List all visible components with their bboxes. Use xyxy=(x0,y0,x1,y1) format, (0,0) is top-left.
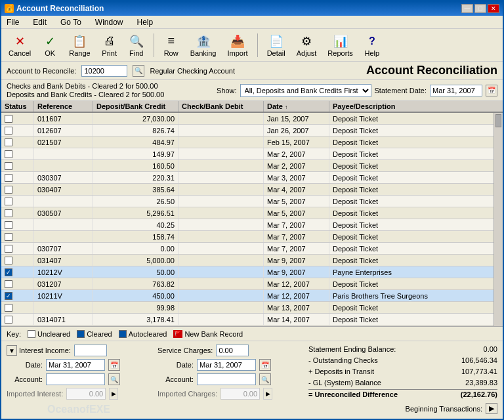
table-header: Status Reference Deposit/Bank Credit Che… xyxy=(1,101,494,113)
maximize-button[interactable]: □ xyxy=(474,4,486,13)
menu-edit[interactable]: Edit xyxy=(31,17,49,28)
cancel-button[interactable]: ✕ Cancel xyxy=(5,32,35,59)
table-row[interactable]: 40.25Mar 7, 2007Deposit Ticket xyxy=(1,219,494,231)
status-checkbox[interactable] xyxy=(5,186,12,194)
ok-button[interactable]: ✓ OK xyxy=(38,32,62,59)
menu-help[interactable]: Help xyxy=(135,17,156,28)
statement-date-input[interactable] xyxy=(430,85,482,96)
expand-button[interactable]: ▼ xyxy=(7,345,17,356)
table-row[interactable]: 01160727,030.00Jan 15, 2007Deposit Ticke… xyxy=(1,113,494,125)
table-row[interactable]: 0314075,000.00Mar 9, 2007Deposit Ticket xyxy=(1,255,494,266)
import-button[interactable]: 📥 Import xyxy=(223,32,251,59)
charges-account-input[interactable] xyxy=(197,373,256,385)
service-charges-input[interactable] xyxy=(216,345,249,356)
status-checkbox[interactable] xyxy=(5,245,12,253)
status-checkbox[interactable] xyxy=(5,221,12,229)
status-checkbox[interactable] xyxy=(5,257,12,264)
imported-interest-expand-button[interactable]: ▶ xyxy=(109,388,118,400)
scroll-thumb[interactable] xyxy=(495,114,501,127)
status-checkbox[interactable]: ✓ xyxy=(5,268,12,276)
table-row[interactable]: 26.50Mar 5, 2007Deposit Ticket xyxy=(1,196,494,207)
deposit-cell: 99.98 xyxy=(93,302,178,313)
table-row[interactable]: 0307070.00Mar 7, 2007Deposit Ticket xyxy=(1,243,494,255)
find-button[interactable]: 🔍 Find xyxy=(125,32,148,59)
account-search-button[interactable]: 🔍 xyxy=(133,65,144,77)
date-cell: Mar 3, 2007 xyxy=(264,172,329,183)
status-checkbox[interactable] xyxy=(5,209,12,217)
status-checkbox[interactable] xyxy=(5,127,12,135)
table-row[interactable]: 0305075,296.51Mar 5, 2007Deposit Ticket xyxy=(1,207,494,219)
range-button[interactable]: 📋 Range xyxy=(65,32,94,59)
status-checkbox[interactable] xyxy=(5,233,12,241)
table-row[interactable]: 030407385.64Mar 4, 2007Deposit Ticket xyxy=(1,184,494,196)
menu-file[interactable]: File xyxy=(5,17,21,28)
interest-income-input[interactable] xyxy=(74,345,107,356)
payee-cell: Deposit Ticket xyxy=(329,172,494,183)
table-row[interactable]: 160.50Mar 2, 2007Deposit Ticket xyxy=(1,160,494,172)
table-row[interactable]: 149.97Mar 2, 2007Deposit Ticket xyxy=(1,148,494,160)
account-number-input[interactable] xyxy=(81,65,127,77)
close-button[interactable]: ✕ xyxy=(488,4,499,13)
print-button[interactable]: 🖨 Print xyxy=(98,32,121,59)
statement-date-calendar-button[interactable]: 📅 xyxy=(486,85,497,96)
status-checkbox[interactable] xyxy=(5,150,12,158)
app-icon: 💰 xyxy=(5,4,14,13)
imported-charges-expand-button[interactable]: ▶ xyxy=(263,388,272,400)
minimize-button[interactable]: — xyxy=(461,4,473,13)
menu-window[interactable]: Window xyxy=(93,17,125,28)
reports-button[interactable]: 📊 Reports xyxy=(324,32,357,59)
charges-account-search-button[interactable]: 🔍 xyxy=(259,373,271,385)
status-checkbox[interactable] xyxy=(5,280,12,288)
date-cell: Jan 15, 2007 xyxy=(264,113,329,124)
charges-date-row: Date: 📅 xyxy=(158,359,302,371)
interest-account-input[interactable] xyxy=(46,373,105,385)
status-checkbox[interactable] xyxy=(5,138,12,146)
vertical-scrollbar[interactable] xyxy=(494,113,503,326)
charges-date-input[interactable] xyxy=(197,359,256,371)
cleared-checkbox-example xyxy=(77,330,85,338)
interest-account-search-button[interactable]: 🔍 xyxy=(108,373,120,385)
adjust-button[interactable]: ⚙ Adjust xyxy=(293,32,321,59)
table-row[interactable]: 99.98Mar 13, 2007Deposit Ticket xyxy=(1,302,494,314)
table-row[interactable]: 021507484.97Feb 15, 2007Deposit Ticket xyxy=(1,136,494,148)
col-debit[interactable]: Check/Bank Debit xyxy=(178,101,264,112)
adjust-label: Adjust xyxy=(297,49,317,57)
help-button[interactable]: ? Help xyxy=(360,32,384,59)
table-row[interactable]: 012607826.74Jan 26, 2007Deposit Ticket xyxy=(1,125,494,136)
title-bar-left: 💰 Account Reconciliation xyxy=(5,4,104,13)
menu-goto[interactable]: Go To xyxy=(58,17,83,28)
col-deposit[interactable]: Deposit/Bank Credit xyxy=(93,101,178,112)
table-header-row: Status Reference Deposit/Bank Credit Che… xyxy=(1,101,503,113)
account-bar: Account to Reconcile: 🔍 Regular Checking… xyxy=(1,62,503,80)
beginning-transactions-button[interactable]: ▶ xyxy=(486,403,497,414)
table-row[interactable]: 030307220.31Mar 3, 2007Deposit Ticket xyxy=(1,172,494,184)
interest-date-calendar-button[interactable]: 📅 xyxy=(108,359,120,371)
reports-label: Reports xyxy=(327,49,353,57)
table-row[interactable]: 158.74Mar 7, 2007Deposit Ticket xyxy=(1,231,494,243)
status-checkbox[interactable] xyxy=(5,174,12,182)
detail-button[interactable]: 📄 Detail xyxy=(263,32,289,59)
table-row[interactable]: 03140713,178.41Mar 14, 2007Deposit Ticke… xyxy=(1,314,494,326)
status-checkbox[interactable] xyxy=(5,162,12,170)
status-checkbox[interactable]: ✓ xyxy=(5,292,12,300)
autocleared-checkbox-example xyxy=(119,330,127,338)
show-select[interactable]: All, Deposits and Bank Credits First xyxy=(240,84,371,97)
status-checkbox[interactable] xyxy=(5,304,12,312)
banking-button[interactable]: 🏦 Banking xyxy=(186,32,220,59)
col-reference[interactable]: Reference xyxy=(34,101,93,112)
import-label: Import xyxy=(227,49,247,57)
table-row[interactable]: ✓10212V50.00Mar 9, 2007Payne Enterprises xyxy=(1,266,494,278)
col-payee[interactable]: Payee/Description xyxy=(329,101,494,112)
status-checkbox[interactable] xyxy=(5,316,12,324)
charges-date-calendar-button[interactable]: 📅 xyxy=(259,359,271,371)
status-checkbox[interactable] xyxy=(5,115,12,123)
stmt-ending-value: 0.00 xyxy=(438,345,497,353)
table-row[interactable]: ✓10211V450.00Mar 12, 2007Paris Brothers … xyxy=(1,290,494,302)
table-row[interactable]: 031207763.82Mar 12, 2007Deposit Ticket xyxy=(1,278,494,290)
row-button[interactable]: ≡ Row xyxy=(159,32,183,59)
col-date[interactable]: Date ↑ xyxy=(264,101,329,112)
date-cell: Mar 5, 2007 xyxy=(264,196,329,207)
col-status[interactable]: Status xyxy=(1,101,34,112)
interest-date-input[interactable] xyxy=(46,359,105,371)
status-checkbox[interactable] xyxy=(5,198,12,205)
